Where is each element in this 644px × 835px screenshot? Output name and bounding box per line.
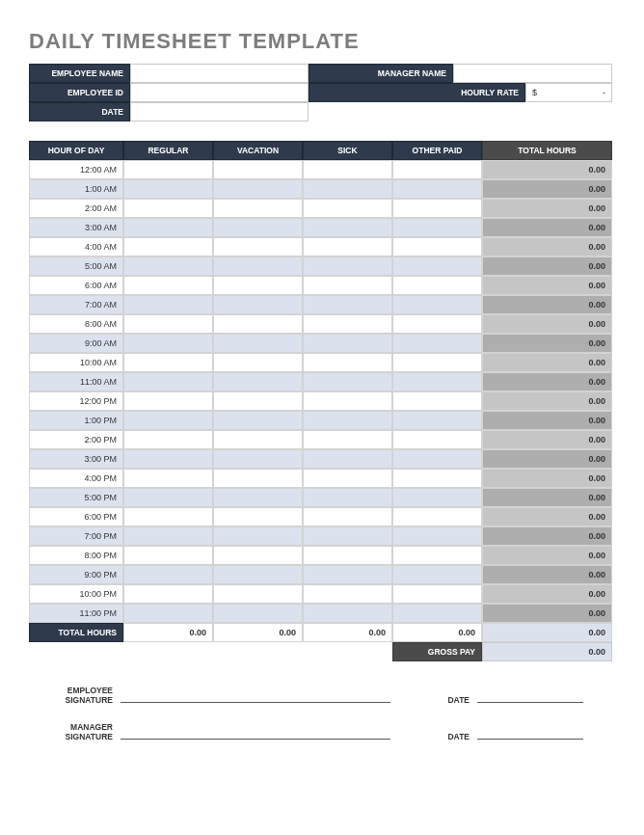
vacation-cell[interactable] [213,179,303,199]
vacation-cell[interactable] [213,430,303,449]
regular-cell[interactable] [123,276,213,295]
regular-cell[interactable] [123,237,213,256]
other-cell[interactable] [392,565,482,584]
sick-cell[interactable] [303,334,392,353]
vacation-cell[interactable] [213,218,303,237]
regular-cell[interactable] [123,295,213,314]
sick-cell[interactable] [303,469,392,488]
other-cell[interactable] [392,546,482,565]
other-cell[interactable] [392,218,482,237]
other-cell[interactable] [392,256,482,276]
regular-cell[interactable] [123,488,213,507]
other-cell[interactable] [392,314,482,334]
other-cell[interactable] [392,584,482,604]
vacation-cell[interactable] [213,526,303,546]
other-cell[interactable] [392,353,482,372]
other-cell[interactable] [392,488,482,507]
sick-cell[interactable] [303,526,392,546]
vacation-cell[interactable] [213,411,303,430]
other-cell[interactable] [392,295,482,314]
other-cell[interactable] [392,334,482,353]
manager-sig-date-line[interactable] [477,722,583,740]
regular-cell[interactable] [123,334,213,353]
sick-cell[interactable] [303,449,392,469]
sick-cell[interactable] [303,584,392,604]
regular-cell[interactable] [123,546,213,565]
vacation-cell[interactable] [213,584,303,604]
other-cell[interactable] [392,469,482,488]
sick-cell[interactable] [303,430,392,449]
other-cell[interactable] [392,372,482,391]
other-cell[interactable] [392,411,482,430]
sick-cell[interactable] [303,353,392,372]
regular-cell[interactable] [123,160,213,179]
employee-id-field[interactable] [130,83,309,102]
other-cell[interactable] [392,199,482,218]
hourly-rate-field[interactable]: $ - [525,83,612,102]
sick-cell[interactable] [303,276,392,295]
regular-cell[interactable] [123,218,213,237]
regular-cell[interactable] [123,411,213,430]
other-cell[interactable] [392,604,482,623]
regular-cell[interactable] [123,449,213,469]
vacation-cell[interactable] [213,372,303,391]
vacation-cell[interactable] [213,295,303,314]
vacation-cell[interactable] [213,488,303,507]
vacation-cell[interactable] [213,199,303,218]
sick-cell[interactable] [303,604,392,623]
regular-cell[interactable] [123,353,213,372]
vacation-cell[interactable] [213,334,303,353]
other-cell[interactable] [392,276,482,295]
vacation-cell[interactable] [213,604,303,623]
vacation-cell[interactable] [213,160,303,179]
manager-signature-line[interactable] [121,722,390,740]
regular-cell[interactable] [123,199,213,218]
vacation-cell[interactable] [213,237,303,256]
vacation-cell[interactable] [213,256,303,276]
other-cell[interactable] [392,237,482,256]
regular-cell[interactable] [123,179,213,199]
regular-cell[interactable] [123,565,213,584]
other-cell[interactable] [392,449,482,469]
sick-cell[interactable] [303,295,392,314]
vacation-cell[interactable] [213,353,303,372]
vacation-cell[interactable] [213,314,303,334]
employee-sig-date-line[interactable] [477,686,583,703]
other-cell[interactable] [392,391,482,411]
sick-cell[interactable] [303,372,392,391]
other-cell[interactable] [392,507,482,526]
vacation-cell[interactable] [213,565,303,584]
regular-cell[interactable] [123,469,213,488]
sick-cell[interactable] [303,199,392,218]
manager-name-field[interactable] [453,64,612,83]
sick-cell[interactable] [303,507,392,526]
sick-cell[interactable] [303,179,392,199]
regular-cell[interactable] [123,391,213,411]
regular-cell[interactable] [123,430,213,449]
regular-cell[interactable] [123,526,213,546]
regular-cell[interactable] [123,507,213,526]
other-cell[interactable] [392,179,482,199]
vacation-cell[interactable] [213,391,303,411]
vacation-cell[interactable] [213,469,303,488]
regular-cell[interactable] [123,314,213,334]
sick-cell[interactable] [303,391,392,411]
sick-cell[interactable] [303,218,392,237]
sick-cell[interactable] [303,237,392,256]
regular-cell[interactable] [123,584,213,604]
sick-cell[interactable] [303,160,392,179]
sick-cell[interactable] [303,546,392,565]
regular-cell[interactable] [123,256,213,276]
vacation-cell[interactable] [213,546,303,565]
vacation-cell[interactable] [213,449,303,469]
vacation-cell[interactable] [213,507,303,526]
employee-signature-line[interactable] [121,686,390,703]
sick-cell[interactable] [303,565,392,584]
sick-cell[interactable] [303,411,392,430]
other-cell[interactable] [392,160,482,179]
other-cell[interactable] [392,526,482,546]
sick-cell[interactable] [303,256,392,276]
sick-cell[interactable] [303,314,392,334]
regular-cell[interactable] [123,604,213,623]
date-field[interactable] [130,102,309,121]
